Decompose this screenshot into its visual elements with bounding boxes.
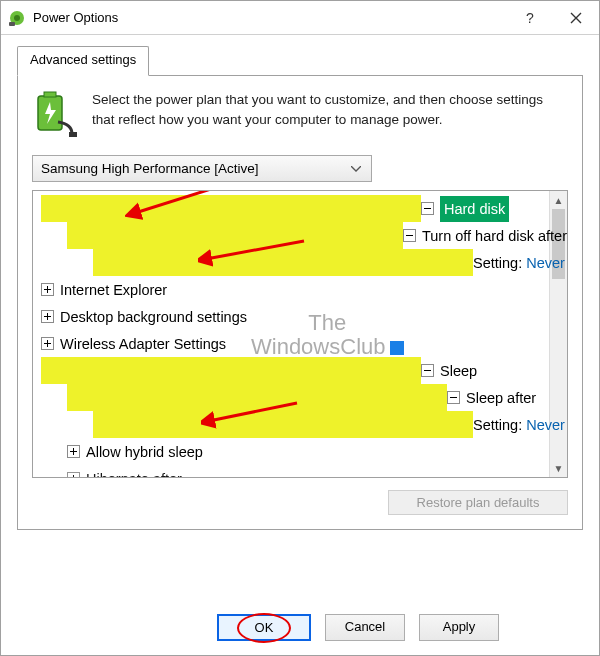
tree-label: Hibernate after xyxy=(86,466,182,479)
tree-label: Desktop background settings xyxy=(60,304,247,330)
power-options-icon xyxy=(7,8,27,28)
power-plan-dropdown[interactable]: Samsung High Performance [Active] xyxy=(32,155,372,182)
apply-button[interactable]: Apply xyxy=(419,614,499,641)
restore-row: Restore plan defaults xyxy=(32,490,568,515)
svg-text:?: ? xyxy=(526,11,534,25)
tree-setting-hdd[interactable]: Setting: Never xyxy=(39,249,567,276)
tabstrip: Advanced settings xyxy=(17,45,583,75)
tree-label: Turn off hard disk after xyxy=(422,223,567,249)
chevron-down-icon xyxy=(347,160,365,178)
tree-label: Allow hybrid sleep xyxy=(86,439,203,465)
setting-value[interactable]: Never xyxy=(526,250,565,276)
expand-icon[interactable] xyxy=(67,472,80,478)
expand-icon[interactable] xyxy=(41,283,54,296)
collapse-icon[interactable] xyxy=(421,364,434,377)
intro-text: Select the power plan that you want to c… xyxy=(92,90,568,141)
cancel-button[interactable]: Cancel xyxy=(325,614,405,641)
tree-node-sleep[interactable]: Sleep xyxy=(39,357,567,384)
tree-node-hard-disk[interactable]: Hard disk xyxy=(39,195,567,222)
restore-defaults-button: Restore plan defaults xyxy=(388,490,568,515)
tree-node-ie[interactable]: Internet Explorer xyxy=(39,276,567,303)
tree-label: Sleep xyxy=(440,358,477,384)
intro-row: Select the power plan that you want to c… xyxy=(32,90,568,141)
ok-button[interactable]: OK xyxy=(217,614,311,641)
tree-label: Hard disk xyxy=(440,196,509,222)
tree-label: Sleep after xyxy=(466,385,536,411)
window-title: Power Options xyxy=(33,10,507,25)
svg-rect-6 xyxy=(69,132,77,137)
tree-node-desktop-bg[interactable]: Desktop background settings xyxy=(39,303,567,330)
tree-node-wireless[interactable]: Wireless Adapter Settings xyxy=(39,330,567,357)
tab-panel: Select the power plan that you want to c… xyxy=(17,75,583,530)
collapse-icon[interactable] xyxy=(403,229,416,242)
help-button[interactable]: ? xyxy=(507,1,553,34)
expand-icon[interactable] xyxy=(41,337,54,350)
dialog-button-row: OK Cancel Apply xyxy=(1,614,599,641)
tree-setting-sleep[interactable]: Setting: Never xyxy=(39,411,567,438)
scroll-down-button[interactable]: ▼ xyxy=(550,459,567,477)
close-button[interactable] xyxy=(553,1,599,34)
collapse-icon[interactable] xyxy=(447,391,460,404)
settings-tree: Hard disk Turn off hard disk after Setti… xyxy=(32,190,568,478)
setting-label: Setting: xyxy=(473,412,522,438)
setting-value[interactable]: Never xyxy=(526,412,565,438)
tree-node-hybrid-sleep[interactable]: Allow hybrid sleep xyxy=(39,438,567,465)
setting-label: Setting: xyxy=(473,250,522,276)
tree-node-sleep-after[interactable]: Sleep after xyxy=(39,384,567,411)
scroll-up-button[interactable]: ▲ xyxy=(550,191,567,209)
svg-rect-5 xyxy=(44,92,56,97)
expand-icon[interactable] xyxy=(41,310,54,323)
collapse-icon[interactable] xyxy=(421,202,434,215)
expand-icon[interactable] xyxy=(67,445,80,458)
tree-label: Wireless Adapter Settings xyxy=(60,331,226,357)
titlebar: Power Options ? xyxy=(1,1,599,35)
power-options-dialog: Power Options ? Advanced settings xyxy=(0,0,600,656)
battery-plug-icon xyxy=(32,90,80,141)
tree-node-hibernate[interactable]: Hibernate after xyxy=(39,465,567,478)
tree-node-turn-off-hdd[interactable]: Turn off hard disk after xyxy=(39,222,567,249)
tab-advanced-settings[interactable]: Advanced settings xyxy=(17,46,149,76)
svg-rect-2 xyxy=(9,22,15,26)
dropdown-value: Samsung High Performance [Active] xyxy=(41,161,259,176)
window-controls: ? xyxy=(507,1,599,34)
dialog-content: Advanced settings Select the power plan … xyxy=(1,35,599,546)
svg-point-1 xyxy=(14,15,20,21)
tree-label: Internet Explorer xyxy=(60,277,167,303)
